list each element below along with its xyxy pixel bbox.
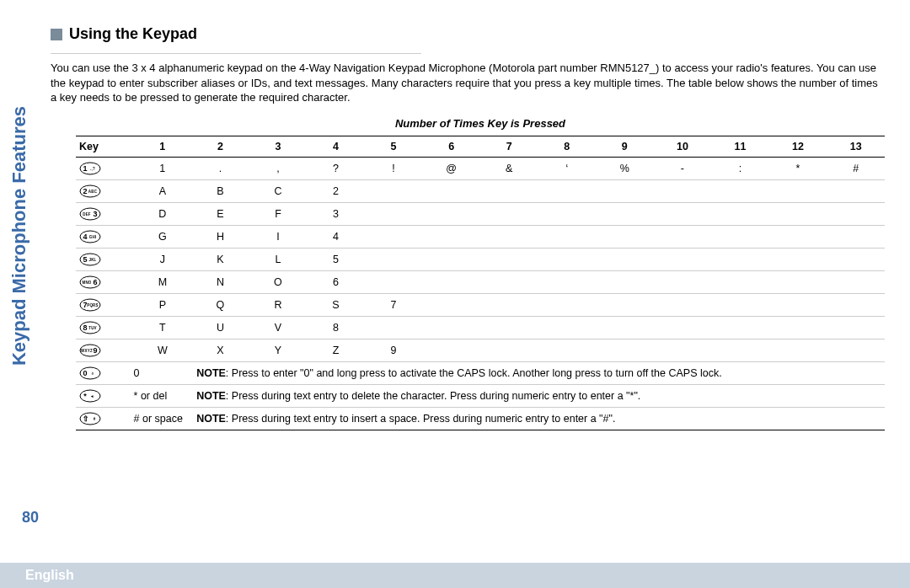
char-cell: 6 bbox=[307, 271, 365, 293]
col-header: 6 bbox=[422, 136, 480, 157]
char-cell: 3 bbox=[307, 203, 365, 225]
table-row: ⇧## or spaceNOTE: Press during text entr… bbox=[76, 408, 885, 430]
char-cell: X bbox=[191, 339, 249, 361]
col-header: 10 bbox=[654, 136, 712, 157]
char-cell bbox=[596, 271, 654, 293]
table-row: DEF3DEF3 bbox=[76, 203, 885, 225]
char-cell: B bbox=[191, 180, 249, 202]
col-header: 13 bbox=[827, 136, 885, 157]
key-icon-cell: ⇧# bbox=[76, 408, 134, 430]
key-icon-cell: 4GHI bbox=[76, 226, 134, 248]
manual-page: Using the Keypad You can use the 3 x 4 a… bbox=[0, 0, 910, 588]
col-header: 3 bbox=[249, 136, 308, 157]
section-header-row: Using the Keypad bbox=[51, 25, 885, 46]
char-cell: : bbox=[711, 158, 769, 179]
char-cell: J bbox=[134, 249, 192, 270]
char-cell bbox=[538, 339, 597, 361]
svg-text:WXYZ: WXYZ bbox=[81, 349, 93, 353]
char-cell bbox=[827, 339, 885, 361]
char-cell bbox=[422, 203, 480, 225]
char-cell bbox=[711, 203, 769, 225]
char-cell: # or space bbox=[134, 408, 192, 430]
char-cell bbox=[769, 180, 827, 202]
svg-text:1: 1 bbox=[83, 164, 87, 173]
char-cell: L bbox=[249, 249, 308, 270]
table-title-row: Number of Times Key is Pressed bbox=[76, 117, 885, 136]
char-cell bbox=[654, 180, 712, 202]
char-cell bbox=[538, 294, 597, 316]
table-row: 4GHIGHI4 bbox=[76, 226, 885, 248]
svg-text:DEF: DEF bbox=[83, 212, 91, 216]
char-cell bbox=[596, 180, 654, 202]
char-cell: D bbox=[134, 203, 192, 225]
char-cell: H bbox=[191, 226, 249, 248]
char-cell bbox=[538, 271, 597, 293]
char-cell bbox=[769, 294, 827, 316]
char-cell bbox=[422, 317, 480, 339]
char-cell: ‘ bbox=[538, 158, 597, 179]
char-cell bbox=[596, 249, 654, 270]
char-cell: 8 bbox=[307, 317, 365, 339]
note-text: : Press to enter "0" and long press to a… bbox=[226, 367, 722, 379]
key-icon-cell: 2ABC bbox=[76, 180, 134, 202]
section-underline bbox=[51, 53, 421, 54]
char-cell bbox=[538, 249, 597, 270]
footer-language: English bbox=[25, 568, 74, 583]
char-cell: . bbox=[191, 158, 249, 179]
char-cell bbox=[422, 226, 480, 248]
char-cell: % bbox=[596, 158, 654, 179]
char-cell bbox=[827, 180, 885, 202]
char-cell bbox=[365, 317, 423, 339]
svg-text:9: 9 bbox=[93, 346, 97, 355]
char-cell bbox=[711, 226, 769, 248]
char-cell: * or del bbox=[134, 385, 192, 407]
table-row: 1.,?1.,?!@&‘%-:*# bbox=[76, 158, 885, 179]
char-cell: G bbox=[134, 226, 192, 248]
keypad-table-wrap: Number of Times Key is Pressed Key 12345… bbox=[76, 117, 885, 430]
key-icon-cell: 0◊ bbox=[76, 362, 134, 384]
key-icon-cell: 5JKL bbox=[76, 249, 134, 270]
char-cell bbox=[711, 317, 769, 339]
char-cell bbox=[538, 203, 597, 225]
char-cell bbox=[480, 294, 538, 316]
char-cell bbox=[711, 339, 769, 361]
char-cell: Q bbox=[191, 294, 249, 316]
char-cell bbox=[538, 317, 597, 339]
char-cell bbox=[596, 294, 654, 316]
note-label: NOTE bbox=[196, 390, 226, 402]
svg-text:0: 0 bbox=[83, 369, 87, 377]
char-cell bbox=[596, 226, 654, 248]
char-cell bbox=[538, 180, 597, 202]
char-cell bbox=[827, 317, 885, 339]
svg-text:6: 6 bbox=[93, 278, 97, 286]
char-cell: R bbox=[249, 294, 308, 316]
col-header: 7 bbox=[480, 136, 538, 157]
char-cell: 0 bbox=[134, 362, 192, 384]
char-cell: @ bbox=[422, 158, 480, 179]
char-cell: W bbox=[134, 339, 192, 361]
char-cell bbox=[480, 317, 538, 339]
col-header: 8 bbox=[538, 136, 597, 157]
char-cell bbox=[711, 294, 769, 316]
char-cell bbox=[480, 226, 538, 248]
section-bullet-icon bbox=[51, 29, 62, 40]
note-label: NOTE bbox=[196, 413, 226, 425]
note-cell: NOTE: Press to enter "0" and long press … bbox=[191, 362, 885, 384]
char-cell bbox=[654, 317, 712, 339]
char-cell: A bbox=[134, 180, 192, 202]
svg-text:GHI: GHI bbox=[89, 235, 97, 239]
char-cell: ! bbox=[365, 158, 423, 179]
svg-text:3: 3 bbox=[93, 210, 97, 218]
char-cell: 4 bbox=[307, 226, 365, 248]
note-cell: NOTE: Press during text entry to delete … bbox=[191, 385, 885, 407]
col-header: 11 bbox=[711, 136, 769, 157]
col-header: 5 bbox=[365, 136, 423, 157]
key-header-cell: Key bbox=[76, 136, 134, 157]
table-row: 0◊0NOTE: Press to enter "0" and long pre… bbox=[76, 362, 885, 384]
char-cell bbox=[422, 339, 480, 361]
char-cell bbox=[769, 317, 827, 339]
table-row: 5JKLJKL5 bbox=[76, 249, 885, 270]
table-head: Key 12345678910111213 bbox=[76, 136, 885, 157]
char-cell bbox=[480, 249, 538, 270]
char-cell: N bbox=[191, 271, 249, 293]
